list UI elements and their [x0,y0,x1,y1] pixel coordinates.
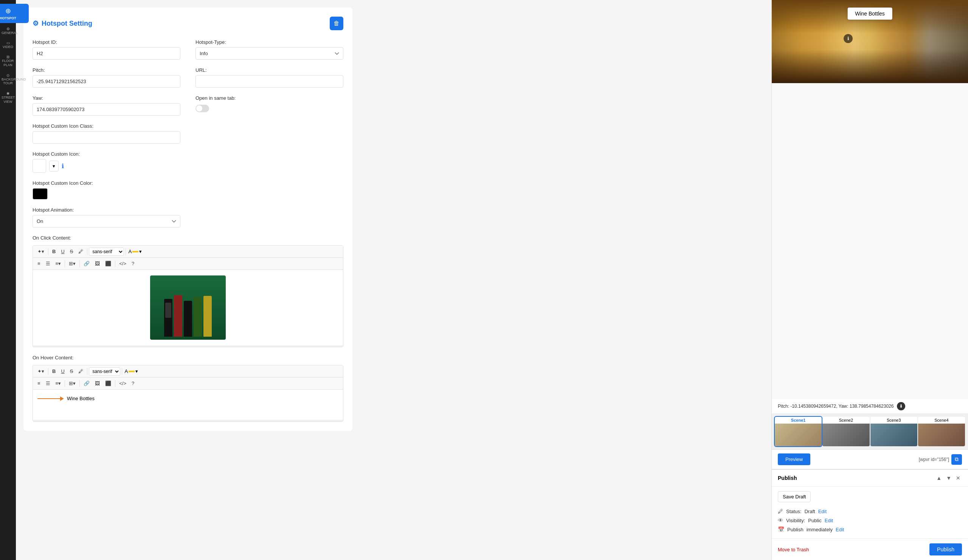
toolbar-table-btn[interactable]: ⊞▾ [66,259,78,268]
placeholder-group3 [196,180,343,200]
publish-collapse-up-btn[interactable]: ▲ [935,474,943,482]
onclick-content-label: On Click Content: [33,235,343,241]
toolbar-ol-btn2[interactable]: ☰ [43,379,53,388]
scene-thumb-2[interactable]: Scene2 [822,417,869,446]
custom-icon-class-input[interactable] [33,131,181,144]
editor-scrollbar2[interactable] [33,420,343,421]
move-to-trash-link[interactable]: Move to Trash [778,547,809,552]
toolbar-link-btn[interactable]: 🔗 [81,259,92,268]
toolbar-strikethrough-btn2[interactable]: S [68,367,76,376]
sidebar-item-video[interactable]: ▭ VIDEO [0,38,16,51]
yaw-input[interactable] [33,103,181,116]
url-input[interactable] [196,75,343,88]
status-edit-link[interactable]: Edit [818,509,827,514]
separator-3 [126,248,126,255]
sidebar-item-hotspot[interactable]: ⊕ HOTSPOT [0,4,29,23]
separator-9 [122,368,122,375]
info-icon[interactable]: ℹ [61,162,64,170]
editor-scrollbar[interactable] [33,345,343,347]
sidebar-item-general[interactable]: ⚙ GENERAL [0,25,16,37]
toolbar-bold-btn[interactable]: B [50,247,58,256]
pitch-input[interactable] [33,75,181,88]
same-tab-toggle[interactable] [196,105,209,112]
download-button[interactable]: ⬇ [897,402,905,410]
publish-collapse-down-btn[interactable]: ▼ [945,474,953,482]
publish-close-btn[interactable]: ✕ [955,474,962,482]
video-icon: ▭ [2,41,14,45]
toolbar-link-btn2[interactable]: 🔗 [81,379,92,388]
toolbar-help-btn[interactable]: ? [129,259,136,268]
scene-thumb-4[interactable]: Scene4 [918,417,965,446]
sidebar-item-streetview[interactable]: ✱ STREETVIEW [0,89,16,106]
scene-thumb-3[interactable]: Scene3 [870,417,917,446]
toolbar-color-btn2[interactable]: A ▾ [124,368,139,375]
toolbar-help-btn2[interactable]: ? [129,379,136,388]
publish-button[interactable]: Publish [930,543,962,555]
onhover-editor-body[interactable]: Wine Bottles [33,390,343,420]
toolbar-code-btn[interactable]: </> [117,259,129,268]
toolbar-strikethrough-btn[interactable]: S [68,247,76,256]
separator-5 [80,260,80,267]
arrow-head [60,396,64,401]
custom-icon-class-group: Hotspot Custom Icon Class: [33,123,181,144]
toolbar-table-btn2[interactable]: ⊞▾ [66,379,78,388]
hotspot-id-input[interactable] [33,47,181,60]
toolbar-image-btn2[interactable]: 🖼 [93,379,102,388]
onclick-toolbar: ✦▾ B U S 🖉 sans-serif serif monospace [33,246,343,258]
custom-icon-class-label: Hotspot Custom Icon Class: [33,123,181,129]
toolbar-media-btn[interactable]: ⬛ [103,259,113,268]
scene-1-label: Scene1 [775,417,822,424]
delete-hotspot-button[interactable]: 🗑 [330,17,343,30]
icon-preview [33,159,46,173]
copy-shortcode-button[interactable]: ⧉ [951,454,962,465]
publish-controls: ▲ ▼ ✕ [935,474,962,482]
hotspot-type-select[interactable]: Info Link Video Scene [196,47,343,60]
scene-thumb-1[interactable]: Scene1 [775,417,822,446]
toolbar-image-btn[interactable]: 🖼 [93,259,102,268]
save-draft-button[interactable]: Save Draft [778,491,811,502]
toolbar-color-btn[interactable]: A ▾ [128,248,143,255]
onhover-editor: ✦▾ B U S 🖉 sans-serif serif A [33,365,343,422]
toolbar-eraser-btn[interactable]: 🖉 [76,247,85,256]
toolbar-align-btn[interactable]: ≡▾ [53,259,63,268]
icon-chevron-button[interactable]: ▾ [49,160,59,172]
toolbar-ul-btn[interactable]: ≡ [35,259,43,268]
toolbar-underline-btn[interactable]: U [59,247,66,256]
publish-title: Publish [778,475,797,481]
toolbar-eraser-btn2[interactable]: 🖉 [76,367,85,376]
placeholder-group [196,123,343,144]
toolbar-magic-btn2[interactable]: ✦▾ [35,367,46,376]
hotspot-marker[interactable]: ℹ [844,34,853,43]
preview-button[interactable]: Preview [778,453,811,465]
separator-11 [80,380,80,387]
color-swatch[interactable] [33,188,48,200]
publish-time-edit-link[interactable]: Edit [835,527,844,532]
sidebar-item-floorplan[interactable]: ⊞ FLOORPLAN [0,53,16,69]
visibility-edit-link[interactable]: Edit [825,518,833,524]
visibility-label: Visibility: [786,518,805,524]
toolbar-bold-btn2[interactable]: B [50,367,58,376]
toolbar-magic-btn[interactable]: ✦▾ [35,247,46,256]
custom-icon-color-group: Hotspot Custom Icon Color: [33,180,181,200]
status-value: Draft [804,509,815,514]
toolbar-font-select2[interactable]: sans-serif serif [89,367,120,376]
toolbar-font-select[interactable]: sans-serif serif monospace [89,248,124,256]
sidebar-item-background[interactable]: ⊙ BACKGROUNDTOUR [0,71,16,88]
toolbar-ol-btn[interactable]: ☰ [43,259,53,268]
onclick-editor-body[interactable] [33,270,343,345]
custom-icon-group: Hotspot Custom Icon: ▾ ℹ [33,151,181,173]
toolbar-ul-btn2[interactable]: ≡ [35,379,43,388]
animation-select[interactable]: On Off [33,215,181,228]
right-panel: Wine Bottles ℹ Pitch: -10.14538094265947… [771,0,968,560]
preview-tooltip: Wine Bottles [847,8,892,20]
toolbar-code-btn2[interactable]: </> [117,379,129,388]
toolbar-underline-btn2[interactable]: U [59,367,66,376]
scene-2-label: Scene2 [822,417,869,424]
onhover-toolbar: ✦▾ B U S 🖉 sans-serif serif A [33,365,343,377]
toolbar-media-btn2[interactable]: ⬛ [103,379,113,388]
panel-header: ⚙ Hotspot Setting 🗑 [33,17,343,30]
pitch-label: Pitch: [33,67,181,73]
separator-6 [115,260,115,267]
toolbar-align-btn2[interactable]: ≡▾ [53,379,63,388]
background-icon: ⊙ [2,73,14,78]
